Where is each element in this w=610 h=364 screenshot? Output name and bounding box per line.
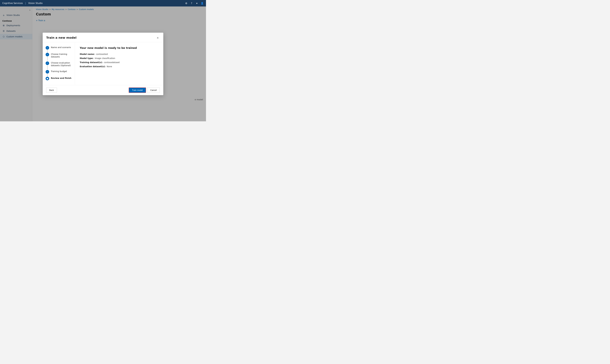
train-model-button[interactable]: Train model bbox=[129, 88, 146, 93]
cancel-button[interactable]: Cancel bbox=[147, 88, 160, 93]
step-label-3: Choose evaluation datasets (Optional) bbox=[51, 61, 72, 67]
detail-label-model-type: Model type: bbox=[80, 57, 93, 59]
detail-row-model-name: Model name: contosotest bbox=[80, 53, 159, 55]
brand-name: Cognitive Services bbox=[2, 2, 23, 5]
settings-icon[interactable]: ⚙ bbox=[185, 2, 188, 5]
topbar-actions: ⚙ ? ▾ 👤 bbox=[185, 2, 204, 5]
step-circle-2: ✓ bbox=[46, 53, 49, 56]
topbar-divider: | bbox=[25, 2, 26, 5]
detail-label-eval-dataset: Evaluation dataset(s): bbox=[80, 65, 106, 68]
step-label-2: Choose training datasets bbox=[51, 52, 72, 58]
step-connector-3 bbox=[47, 65, 48, 69]
modal-body: ✓ Name and scenario ✓ Choose training da… bbox=[43, 42, 163, 85]
detail-value-eval-dataset: None bbox=[107, 65, 112, 68]
help-icon[interactable]: ? bbox=[190, 2, 193, 5]
step-circle-5: ● bbox=[46, 77, 49, 80]
footer-left: Back bbox=[46, 88, 57, 93]
detail-label-model-name: Model name: bbox=[80, 53, 95, 55]
step-training-budget: ✓ Training budget bbox=[46, 70, 72, 74]
step-circle-4: ✓ bbox=[46, 70, 49, 74]
app-name: Vision Studio bbox=[28, 2, 42, 5]
topbar: Cognitive Services | Vision Studio ⚙ ? ▾… bbox=[0, 0, 206, 6]
detail-row-model-type: Model type: Image classification bbox=[80, 57, 159, 59]
user-icon[interactable]: 👤 bbox=[201, 2, 204, 5]
detail-value-model-name: contosotest bbox=[96, 53, 108, 55]
step-connector-2 bbox=[47, 57, 48, 61]
detail-value-training-dataset: contosodataset bbox=[104, 61, 120, 64]
detail-label-training-dataset: Training dataset(s): bbox=[80, 61, 103, 64]
step-label-4: Training budget bbox=[51, 70, 67, 73]
steps-panel: ✓ Name and scenario ✓ Choose training da… bbox=[43, 42, 75, 85]
modal-header: Train a new model × bbox=[43, 33, 163, 42]
footer-right: Train model Cancel bbox=[129, 88, 160, 93]
detail-row-training-dataset: Training dataset(s): contosodataset bbox=[80, 61, 159, 64]
step-training-datasets: ✓ Choose training datasets bbox=[46, 52, 72, 58]
modal-dialog: Train a new model × ✓ Name and scenario … bbox=[43, 33, 163, 95]
step-name-scenario: ✓ Name and scenario bbox=[46, 46, 72, 50]
modal-overlay: Train a new model × ✓ Name and scenario … bbox=[0, 6, 206, 121]
step-review-finish: ● Review and finish bbox=[46, 77, 72, 80]
modal-title: Train a new model bbox=[46, 36, 77, 39]
close-button[interactable]: × bbox=[156, 36, 160, 40]
content-panel: Your new model is ready to be trained Mo… bbox=[75, 42, 163, 85]
step-label-5: Review and finish bbox=[51, 77, 71, 79]
step-eval-datasets: ✓ Choose evaluation datasets (Optional) bbox=[46, 61, 72, 67]
dropdown-icon[interactable]: ▾ bbox=[195, 2, 198, 5]
step-circle-1: ✓ bbox=[46, 46, 49, 50]
step-label-1: Name and scenario bbox=[51, 46, 71, 49]
topbar-brand: Cognitive Services | Vision Studio bbox=[2, 2, 42, 5]
back-button[interactable]: Back bbox=[46, 88, 57, 93]
step-circle-3: ✓ bbox=[46, 62, 49, 65]
detail-row-eval-dataset: Evaluation dataset(s): None bbox=[80, 65, 159, 68]
detail-value-model-type: Image classification bbox=[95, 57, 115, 59]
modal-footer: Back Train model Cancel bbox=[43, 85, 163, 95]
content-heading: Your new model is ready to be trained bbox=[80, 46, 159, 49]
